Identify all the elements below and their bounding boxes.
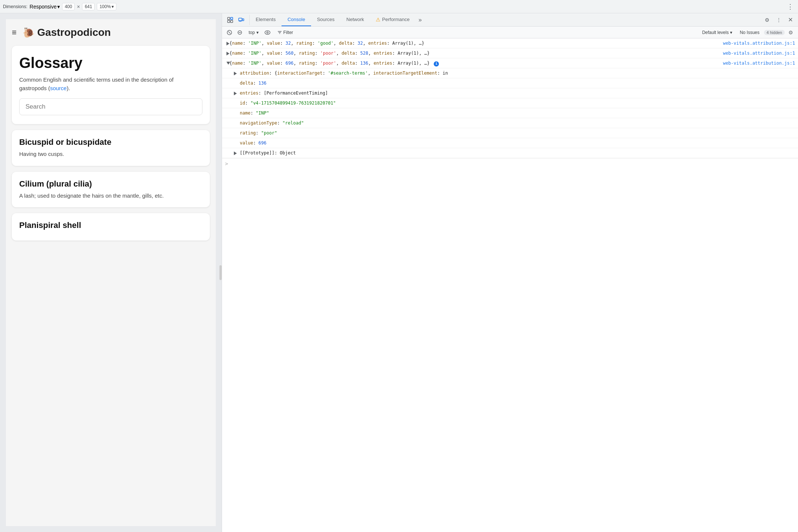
term-title-cilium: Cilium (plural cilia) — [19, 179, 202, 189]
svg-point-12 — [265, 31, 270, 34]
close-devtools-icon[interactable]: ✕ — [785, 15, 795, 25]
webpage-content: ≡ 🐌 Gastropodicon Glossary Common Englis… — [6, 19, 216, 526]
console-link-1[interactable]: web-vitals.attribution.js:1 — [723, 40, 795, 47]
console-prompt[interactable]: > — [222, 158, 798, 169]
expand-attribution-icon[interactable] — [234, 72, 237, 75]
webpage-panel: ≡ 🐌 Gastropodicon Glossary Common Englis… — [0, 13, 222, 532]
term-title-bicuspid: Bicuspid or bicuspidate — [19, 137, 202, 147]
times-symbol: × — [77, 4, 80, 10]
dimensions-text: Dimensions: — [3, 4, 27, 9]
panel-resize-handle[interactable] — [219, 265, 222, 280]
term-card-planispiral: Planispiral shell — [12, 213, 210, 241]
inspect-element-icon[interactable] — [225, 15, 235, 25]
clear-console-icon[interactable] — [225, 28, 234, 37]
toolbar-left: Dimensions: Responsive ▾ 400 × 641 100% … — [3, 3, 784, 10]
console-settings-icon[interactable]: ⚙ — [786, 28, 795, 37]
site-name: Gastropodicon — [37, 27, 111, 38]
filter-button[interactable]: Filter — [273, 29, 297, 36]
console-link-3[interactable]: web-vitals.attribution.js:1 — [723, 60, 795, 66]
console-attr-prototype: [[Prototype]]: Object — [222, 148, 798, 158]
zoom-selector[interactable]: 100% ▾ — [97, 3, 116, 10]
tab-elements[interactable]: Elements — [250, 13, 282, 26]
devtools-topbar-right: ⚙ ⋮ ✕ — [759, 15, 798, 25]
performance-warning-icon: ⚠ — [376, 17, 381, 23]
tab-network[interactable]: Network — [341, 13, 370, 26]
svg-rect-2 — [228, 20, 230, 23]
console-output: {name: 'INP', value: 32, rating: 'good',… — [222, 38, 798, 532]
dimensions-type: Responsive — [30, 4, 57, 10]
console-attr-entries: entries: [PerformanceEventTiming] — [222, 88, 798, 98]
term-card-bicuspid: Bicuspid or bicuspidate Having two cusps… — [12, 130, 210, 166]
console-attr-attribution: attribution: {interactionTarget: '#searc… — [222, 68, 798, 78]
eye-icon[interactable] — [263, 28, 272, 37]
console-line-2: {name: 'INP', value: 560, rating: 'poor'… — [222, 48, 798, 58]
dimensions-dropdown[interactable]: Responsive ▾ — [30, 4, 60, 10]
hamburger-menu-icon[interactable]: ≡ — [12, 28, 17, 37]
main-container: ≡ 🐌 Gastropodicon Glossary Common Englis… — [0, 13, 798, 532]
term-title-planispiral: Planispiral shell — [19, 221, 202, 230]
devtools-toolbar-icons — [222, 15, 250, 25]
glossary-title: Glossary — [19, 55, 202, 71]
devtools-tabs: Elements Console Sources Network ⚠ Perfo… — [250, 13, 759, 26]
tab-performance[interactable]: ⚠ Performance — [370, 13, 415, 26]
more-options-icon[interactable]: ⋮ — [774, 15, 784, 25]
svg-rect-4 — [239, 18, 242, 21]
svg-rect-5 — [242, 19, 244, 21]
log-level-selector[interactable]: Default levels ▾ — [699, 29, 735, 36]
console-line-1: {name: 'INP', value: 32, rating: 'good',… — [222, 38, 798, 48]
top-toolbar: Dimensions: Responsive ▾ 400 × 641 100% … — [0, 0, 798, 13]
devtools-panel: Elements Console Sources Network ⚠ Perfo… — [222, 13, 798, 532]
site-header: ≡ 🐌 Gastropodicon — [12, 27, 210, 38]
console-attr-rating: rating: "poor" — [222, 128, 798, 138]
no-issues-label: No Issues — [737, 30, 762, 35]
prompt-chevron-icon: > — [225, 161, 228, 167]
info-icon-3: i — [434, 61, 439, 66]
expand-entries-icon[interactable] — [234, 92, 237, 95]
devtools-secondbar: top ▾ Filter Default levels — [222, 27, 798, 38]
width-input[interactable]: 400 — [62, 3, 75, 10]
term-desc-bicuspid: Having two cusps. — [19, 150, 202, 158]
expand-icon-1[interactable] — [226, 42, 229, 45]
dimensions-chevron: ▾ — [57, 4, 60, 10]
svg-rect-1 — [231, 17, 233, 20]
console-attr-navtype: navigationType: "reload" — [222, 118, 798, 128]
tab-console[interactable]: Console — [282, 13, 311, 26]
console-attr-id: id: "v4-1715704899419-7631921820701" — [222, 98, 798, 108]
source-link[interactable]: source — [50, 85, 66, 91]
stop-recording-icon[interactable] — [235, 28, 244, 37]
console-link-2[interactable]: web-vitals.attribution.js:1 — [723, 50, 795, 57]
svg-rect-3 — [231, 20, 233, 23]
devtools-topbar: Elements Console Sources Network ⚠ Perfo… — [222, 13, 798, 27]
search-input[interactable] — [19, 98, 202, 115]
console-group-3: {name: 'INP', value: 696, rating: 'poor'… — [222, 58, 798, 158]
dimensions-label: Dimensions: — [3, 4, 27, 9]
site-logo: 🐌 Gastropodicon — [23, 27, 111, 38]
term-desc-cilium: A lash; used to designate the hairs on t… — [19, 192, 202, 200]
console-line-3-header: {name: 'INP', value: 696, rating: 'poor'… — [222, 58, 798, 68]
expand-prototype-icon[interactable] — [234, 151, 237, 155]
svg-point-13 — [267, 32, 268, 33]
console-attr-delta: delta: 136 — [222, 78, 798, 88]
console-attr-value: value: 696 — [222, 138, 798, 148]
glossary-description: Common English and scientific terms used… — [19, 76, 202, 92]
tabs-more-icon[interactable]: » — [416, 17, 425, 23]
device-toolbar-icon[interactable] — [236, 15, 246, 25]
tab-sources[interactable]: Sources — [311, 13, 341, 26]
term-card-cilium: Cilium (plural cilia) A lash; used to de… — [12, 172, 210, 208]
context-selector[interactable]: top ▾ — [246, 29, 262, 36]
svg-line-9 — [228, 31, 231, 34]
settings-icon[interactable]: ⚙ — [762, 15, 772, 25]
snail-icon: 🐌 — [23, 27, 34, 38]
hidden-count-badge: 4 hidden — [764, 30, 785, 35]
svg-rect-0 — [228, 17, 230, 20]
toolbar-more-icon[interactable]: ⋮ — [785, 3, 795, 11]
console-attr-name: name: "INP" — [222, 108, 798, 118]
height-input[interactable]: 641 — [82, 3, 95, 10]
expand-icon-2[interactable] — [226, 52, 229, 55]
glossary-card: Glossary Common English and scientific t… — [12, 46, 210, 124]
